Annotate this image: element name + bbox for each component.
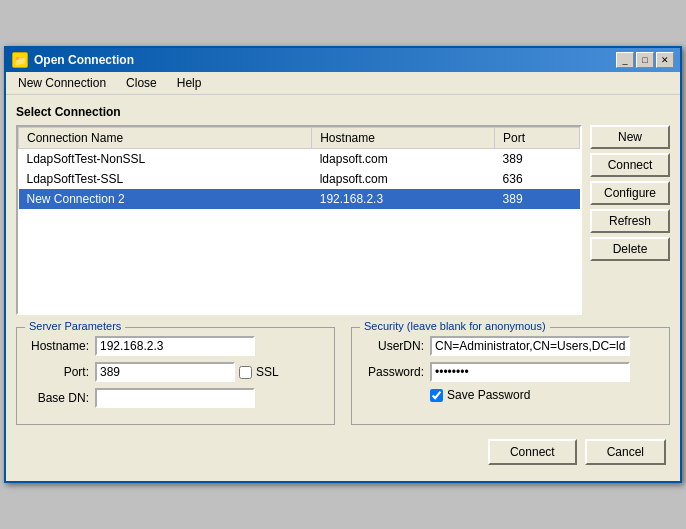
table-row[interactable]: LdapSoftTest-NonSSL ldapsoft.com 389 <box>19 149 580 170</box>
row-port: 389 <box>495 189 580 209</box>
new-button[interactable]: New <box>590 125 670 149</box>
footer-connect-button[interactable]: Connect <box>488 439 577 465</box>
port-ssl-row: SSL <box>95 362 279 382</box>
hostname-row: Hostname: <box>27 336 324 356</box>
connect-table-button[interactable]: Connect <box>590 153 670 177</box>
base-dn-label: Base DN: <box>27 391 95 405</box>
password-input[interactable] <box>430 362 630 382</box>
menu-bar: New Connection Close Help <box>6 72 680 95</box>
port-input[interactable] <box>95 362 235 382</box>
hostname-label: Hostname: <box>27 339 95 353</box>
refresh-button[interactable]: Refresh <box>590 209 670 233</box>
connection-table: Connection Name Hostname Port LdapSoftTe… <box>18 127 580 209</box>
hostname-input[interactable] <box>95 336 255 356</box>
row-hostname: 192.168.2.3 <box>312 189 495 209</box>
col-hostname: Hostname <box>312 128 495 149</box>
row-hostname: ldapsoft.com <box>312 149 495 170</box>
col-connection-name: Connection Name <box>19 128 312 149</box>
ssl-checkbox[interactable] <box>239 366 252 379</box>
security-group: Security (leave blank for anonymous) Use… <box>351 327 670 425</box>
base-dn-row: Base DN: <box>27 388 324 408</box>
base-dn-input[interactable] <box>95 388 255 408</box>
connection-table-container[interactable]: Connection Name Hostname Port LdapSoftTe… <box>16 125 582 315</box>
user-dn-row: UserDN: <box>362 336 659 356</box>
row-name: LdapSoftTest-NonSSL <box>19 149 312 170</box>
password-row: Password: <box>362 362 659 382</box>
col-port: Port <box>495 128 580 149</box>
server-params-legend: Server Parameters <box>25 320 125 332</box>
delete-button[interactable]: Delete <box>590 237 670 261</box>
select-connection-label: Select Connection <box>16 105 670 119</box>
row-port: 389 <box>495 149 580 170</box>
save-password-checkbox[interactable] <box>430 389 443 402</box>
menu-help[interactable]: Help <box>169 74 210 92</box>
footer: Connect Cancel <box>16 435 670 471</box>
minimize-button[interactable]: _ <box>616 52 634 68</box>
close-button[interactable]: ✕ <box>656 52 674 68</box>
security-legend: Security (leave blank for anonymous) <box>360 320 550 332</box>
open-connection-window: 📁 Open Connection _ □ ✕ New Connection C… <box>4 46 682 483</box>
row-port: 636 <box>495 169 580 189</box>
table-row[interactable]: New Connection 2 192.168.2.3 389 <box>19 189 580 209</box>
user-dn-label: UserDN: <box>362 339 430 353</box>
port-row: Port: SSL <box>27 362 324 382</box>
content-area: Select Connection Connection Name Hostna… <box>6 95 680 481</box>
configure-button[interactable]: Configure <box>590 181 670 205</box>
title-bar: 📁 Open Connection _ □ ✕ <box>6 48 680 72</box>
bottom-section: Server Parameters Hostname: Port: SSL Ba… <box>16 327 670 425</box>
port-label: Port: <box>27 365 95 379</box>
password-label: Password: <box>362 365 430 379</box>
table-row[interactable]: LdapSoftTest-SSL ldapsoft.com 636 <box>19 169 580 189</box>
connection-area: Connection Name Hostname Port LdapSoftTe… <box>16 125 670 315</box>
maximize-button[interactable]: □ <box>636 52 654 68</box>
save-password-label: Save Password <box>447 388 530 402</box>
menu-close[interactable]: Close <box>118 74 165 92</box>
server-params-group: Server Parameters Hostname: Port: SSL Ba… <box>16 327 335 425</box>
ssl-label: SSL <box>256 365 279 379</box>
row-hostname: ldapsoft.com <box>312 169 495 189</box>
user-dn-input[interactable] <box>430 336 630 356</box>
footer-cancel-button[interactable]: Cancel <box>585 439 666 465</box>
row-name: LdapSoftTest-SSL <box>19 169 312 189</box>
title-bar-controls: _ □ ✕ <box>616 52 674 68</box>
connection-buttons: New Connect Configure Refresh Delete <box>590 125 670 315</box>
window-title: Open Connection <box>34 53 134 67</box>
save-password-row: Save Password <box>362 388 659 402</box>
title-bar-left: 📁 Open Connection <box>12 52 134 68</box>
row-name: New Connection 2 <box>19 189 312 209</box>
menu-new-connection[interactable]: New Connection <box>10 74 114 92</box>
window-icon: 📁 <box>12 52 28 68</box>
